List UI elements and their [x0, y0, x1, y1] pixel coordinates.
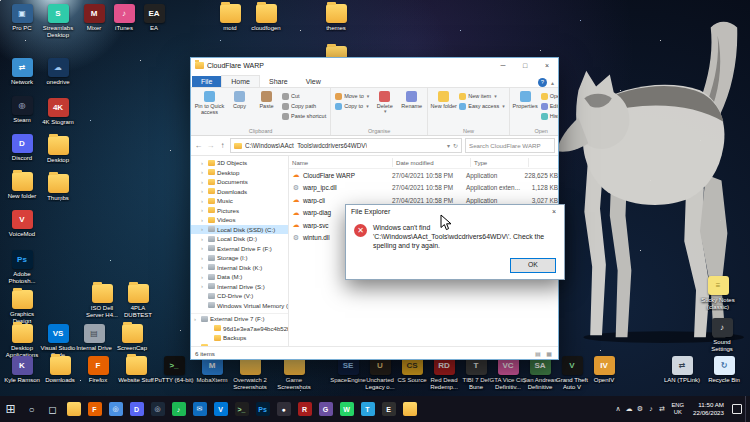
desktop-icon[interactable]: ↻ Recycle Bin	[706, 356, 742, 384]
forward-icon[interactable]: →	[206, 141, 215, 150]
telegram-icon[interactable]: T	[357, 396, 378, 422]
volume-tray-icon[interactable]: ♪	[645, 405, 656, 413]
desktop-icon[interactable]: cloudfogen	[248, 4, 284, 32]
desktop-icon[interactable]: Thumbs	[40, 174, 76, 202]
desktop-icon[interactable]: Game Screenshots	[276, 356, 312, 391]
nav-item[interactable]: › Desktop	[191, 168, 288, 178]
mail-icon[interactable]: ✉	[189, 396, 210, 422]
expand-arrow-icon[interactable]: ›	[201, 255, 206, 261]
file-explorer-icon[interactable]	[63, 396, 84, 422]
dialog-title-bar[interactable]: File Explorer ×	[346, 205, 564, 218]
nav-item[interactable]: › Videos	[191, 215, 288, 225]
expand-arrow-icon[interactable]: ›	[201, 274, 206, 280]
new-item-button[interactable]: New item	[457, 91, 506, 101]
nav-item[interactable]: CD-Drive (V:)	[191, 291, 288, 301]
search-box[interactable]	[465, 138, 555, 153]
expand-arrow-icon[interactable]: ›	[201, 283, 206, 289]
desktop-icon[interactable]: motd	[212, 4, 248, 32]
desktop-icon[interactable]: 4PLA DUBTEST VPS	[120, 284, 156, 319]
tray-chevron-icon[interactable]: ∧	[612, 405, 623, 413]
desktop-icon[interactable]: Website Stuff	[118, 356, 154, 384]
refresh-icon[interactable]: ↻	[453, 142, 458, 149]
settings-tray-icon[interactable]: ⚙	[634, 405, 645, 413]
language-indicator[interactable]: ENG UK	[667, 402, 688, 416]
desktop-icon[interactable]: V VoiceMod	[4, 210, 40, 238]
nav-item[interactable]: › Pictures	[191, 206, 288, 216]
up-icon[interactable]: ↑	[218, 141, 227, 150]
desktop-icon[interactable]: EA EA	[136, 4, 172, 32]
rename-button[interactable]: Rename	[398, 89, 425, 110]
nav-item[interactable]: › Local Disk (D:)	[191, 234, 288, 244]
epic-games-icon[interactable]: E	[378, 396, 399, 422]
expand-arrow-icon[interactable]: ›	[201, 160, 206, 166]
nav-item[interactable]: › Storage (I:)	[191, 253, 288, 263]
address-dropdown-icon[interactable]: ▾	[447, 142, 450, 149]
warp_ipc.dll[interactable]: ⚙warp_ipc.dll 27/04/2021 10:58 PM Applic…	[289, 182, 558, 195]
action-center-icon[interactable]	[729, 396, 745, 422]
onedrive-tray-icon[interactable]: ☁	[623, 405, 634, 413]
column-header-name[interactable]: Name	[289, 158, 393, 167]
desktop-icon[interactable]: ☁ onedrive	[40, 58, 76, 86]
address-path[interactable]: C:\Windows\AAct_Tools\wdcdrivers64WDV\	[245, 142, 367, 149]
obs-icon[interactable]: ●	[273, 396, 294, 422]
expand-arrow-icon[interactable]: ›	[201, 217, 206, 223]
copy-to-button[interactable]: Copy to	[333, 101, 371, 111]
copy-path-button[interactable]: Copy path	[280, 101, 328, 111]
desktop-icon[interactable]: New folder	[4, 172, 40, 200]
easy-access-button[interactable]: Easy access	[457, 101, 506, 111]
CloudFlare WARP[interactable]: ☁CloudFlare WARP 27/04/2021 10:58 PM App…	[289, 169, 558, 182]
history-button[interactable]: History	[539, 111, 558, 121]
copy-button[interactable]: Copy	[226, 89, 253, 110]
tab-view[interactable]: View	[297, 76, 330, 87]
desktop-icon[interactable]: ISO Dell Server H4...	[84, 284, 120, 319]
delete-button[interactable]: Delete	[371, 89, 398, 116]
paste-button[interactable]: Paste	[253, 89, 280, 110]
pin-to-quick-access-button[interactable]: Pin to Quick access	[193, 89, 226, 116]
expand-arrow-icon[interactable]: ›	[201, 169, 206, 175]
firefox-icon[interactable]: F	[84, 396, 105, 422]
desktop-icon[interactable]: K Kyle Ramson	[4, 356, 40, 384]
expand-arrow-icon[interactable]: ›	[201, 236, 206, 242]
nav-item[interactable]: › Internal Disk (K:)	[191, 263, 288, 273]
expand-arrow-icon[interactable]: ›	[201, 245, 206, 251]
new-folder-button[interactable]: New folder	[430, 89, 457, 110]
expand-arrow-icon[interactable]: ›	[201, 188, 206, 194]
column-header-date[interactable]: Date modified	[393, 158, 471, 167]
vscode-icon[interactable]: V	[210, 396, 231, 422]
task-view-icon[interactable]: ◻	[42, 396, 63, 422]
nav-item[interactable]: › External Drive 7 (F:)	[191, 313, 288, 324]
show-desktop-button[interactable]	[745, 396, 750, 422]
collapse-ribbon-icon[interactable]: ▴	[551, 79, 554, 86]
tab-file[interactable]: File	[192, 76, 221, 87]
desktop-icon[interactable]: U Uncharted Legacy o...	[362, 356, 398, 391]
move-to-button[interactable]: Move to	[333, 91, 371, 101]
desktop-icon[interactable]: ♪ Sound Settings	[704, 318, 740, 353]
properties-button[interactable]: Properties	[512, 89, 539, 110]
expand-arrow-icon[interactable]: ›	[194, 316, 199, 322]
desktop-icon[interactable]: ▤ Internal Drive	[76, 324, 112, 352]
desktop-icon[interactable]: M MobaXterm	[194, 356, 230, 384]
game-purple-icon[interactable]: G	[315, 396, 336, 422]
spotify-icon[interactable]: ♪	[168, 396, 189, 422]
nav-item[interactable]: 96d1e3ea7ae94bc4b52fe8...	[191, 324, 288, 334]
nav-item[interactable]: Windows Virtual Memory (...	[191, 301, 288, 311]
column-header-type[interactable]: Type	[471, 158, 529, 167]
address-bar[interactable]: C:\Windows\AAct_Tools\wdcdrivers64WDV\ ▾…	[230, 138, 462, 153]
nav-item[interactable]: › Internal Drive (S:)	[191, 282, 288, 292]
search-input[interactable]	[466, 142, 554, 149]
desktop-icon[interactable]: themes	[318, 4, 354, 32]
nav-item[interactable]: › Local Disk (SSD) (C:)	[191, 225, 288, 235]
desktop-icon[interactable]: 4K 4K Stogram	[40, 98, 76, 126]
tab-home[interactable]: Home	[221, 75, 260, 87]
chrome-icon[interactable]: ◎	[105, 396, 126, 422]
desktop-icon[interactable]: ◎ Steam	[4, 96, 40, 124]
paste-shortcut-button[interactable]: Paste shortcut	[280, 111, 328, 121]
tab-share[interactable]: Share	[260, 76, 297, 87]
nav-item[interactable]: › 3D Objects	[191, 158, 288, 168]
desktop-icon[interactable]: Ps Adobe Photosh...	[4, 250, 40, 285]
terminal-icon[interactable]: >_	[231, 396, 252, 422]
back-icon[interactable]: ←	[194, 141, 203, 150]
desktop-icon[interactable]: ScreenCap	[114, 324, 150, 352]
desktop-icon[interactable]: IV OpenIV	[586, 356, 622, 384]
expand-arrow-icon[interactable]: ›	[201, 207, 206, 213]
